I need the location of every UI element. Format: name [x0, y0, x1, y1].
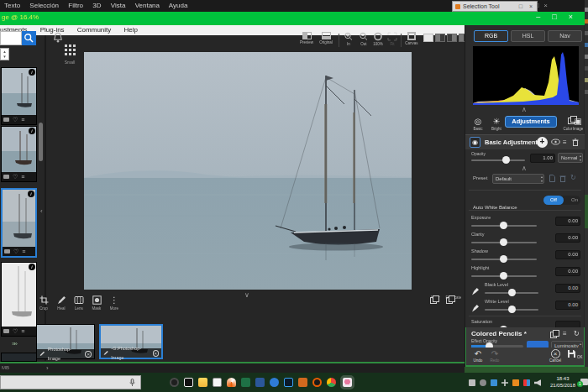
selection-tool-window[interactable]: Selection Tool □ × — [452, 1, 538, 12]
taskbar-search[interactable] — [0, 375, 141, 389]
expand-icon[interactable]: › — [46, 363, 49, 373]
notification-center-icon[interactable]: 1 — [580, 379, 588, 385]
tab-hsl[interactable]: HSL — [511, 30, 545, 42]
taskbar-app-camera[interactable] — [184, 378, 193, 387]
view-single-button[interactable] — [423, 34, 433, 42]
browser-thumbnail-2[interactable]: i ♡≡ — [1, 126, 37, 182]
menu-vista[interactable]: Vista — [111, 2, 126, 9]
thumbs-icon[interactable] — [3, 329, 9, 333]
mask-tool[interactable]: Mask — [88, 295, 105, 311]
search-button[interactable] — [22, 31, 36, 45]
menu-icon[interactable]: ≡ — [563, 330, 567, 337]
module-image[interactable]: ▣Image — [571, 116, 585, 131]
taskbar-app-opera[interactable] — [312, 378, 322, 387]
thumbs-icon[interactable] — [3, 175, 9, 179]
tray-icon-5[interactable] — [512, 379, 519, 386]
add-adjustment-button[interactable]: + — [537, 137, 548, 148]
tray-icon-6[interactable] — [523, 379, 530, 386]
thumbs-icon[interactable] — [4, 249, 10, 253]
taskbar-clock[interactable]: 18:43 21/05/2018 — [544, 375, 581, 389]
collapse-histogram-icon[interactable]: ∧ — [522, 106, 527, 113]
menu-icon[interactable]: ≡ — [563, 139, 567, 146]
preset-dropdown[interactable]: Default — [492, 174, 544, 184]
sort-stepper[interactable]: ▴▾ — [0, 48, 9, 60]
info-icon[interactable]: i — [28, 191, 34, 197]
notifications-bell[interactable] — [52, 32, 64, 44]
collapse-section-icon[interactable]: ∧ — [522, 165, 527, 172]
list-icon[interactable]: ≡ — [21, 327, 24, 336]
delete-preset-icon[interactable] — [559, 175, 566, 184]
reset-preset-icon[interactable]: ↻ — [570, 174, 576, 181]
preview-button[interactable]: Preview — [297, 32, 316, 50]
heart-icon[interactable]: ♡ — [13, 115, 18, 124]
tray-icon-2[interactable] — [480, 379, 486, 386]
list-icon[interactable]: ≡ — [21, 172, 24, 181]
module-adjustments-selected[interactable]: Adjustments — [505, 116, 557, 128]
view-split-right-button[interactable] — [447, 34, 457, 42]
browser-thumbnail-1[interactable]: i ♡≡ — [1, 67, 37, 125]
menu-ventana[interactable]: Ventana — [135, 2, 160, 9]
cancel-button[interactable]: ×Cancel — [547, 349, 564, 363]
taskbar-app-notepad[interactable] — [213, 378, 222, 387]
menu-community[interactable]: Community — [77, 26, 111, 34]
list-icon[interactable]: ≡ — [22, 247, 25, 256]
zoom-100-button[interactable]: 100% — [370, 32, 386, 50]
info-icon[interactable]: i — [29, 69, 35, 76]
taskbar-app-illustrator[interactable] — [298, 378, 307, 387]
awb-on[interactable]: On — [571, 196, 578, 205]
blend-mode-dropdown[interactable]: Normal — [558, 153, 583, 163]
taskbar-app-photoshop[interactable] — [284, 378, 293, 387]
taskbar-app-cortana[interactable] — [170, 378, 179, 387]
eyedropper-icon[interactable] — [471, 301, 480, 310]
taskbar-app-chrome[interactable] — [327, 378, 336, 387]
reset-icon[interactable]: ↻ — [574, 330, 580, 337]
browser-thumbnail-3-selected[interactable]: i ♡≡ — [1, 188, 37, 258]
browser-thumbnail-5-partial[interactable] — [1, 353, 37, 362]
filmstrip-thumb-1[interactable]: Photoshop-Image × — [36, 324, 95, 359]
heart-icon[interactable]: ♡ — [13, 172, 18, 181]
search-input[interactable] — [0, 31, 22, 45]
duplicate-button[interactable]: Duplicate — [445, 295, 462, 300]
undo-button[interactable]: ↶Undo — [470, 349, 486, 363]
zoom-in-button[interactable]: In — [342, 32, 355, 50]
crop-tool[interactable]: Crop — [35, 295, 52, 311]
list-icon[interactable]: ≡ — [21, 115, 24, 124]
ok-button[interactable]: OK — [566, 349, 583, 359]
new-preset-icon[interactable] — [549, 175, 555, 184]
zoom-out-button[interactable]: Out — [357, 32, 370, 50]
eyedropper-icon[interactable] — [471, 284, 480, 293]
view-split-left-button[interactable] — [435, 34, 445, 42]
taskbar-app-excel[interactable] — [241, 378, 250, 387]
visibility-eye-icon[interactable] — [551, 139, 560, 147]
taskbar-app-word[interactable] — [255, 378, 265, 387]
thumbs-icon[interactable] — [3, 118, 9, 122]
main-photo-canvas[interactable] — [84, 52, 412, 290]
more-tool[interactable]: ⋮More — [106, 295, 123, 311]
tab-nav[interactable]: Nav — [548, 30, 582, 42]
info-icon[interactable]: i — [29, 264, 35, 270]
opacity-value[interactable]: 1.00 — [530, 154, 555, 163]
thumbnail-size-button[interactable]: Small — [60, 44, 80, 64]
taskbar-app-edge[interactable] — [270, 378, 279, 387]
taskbar-app-active-photo-editor[interactable] — [343, 378, 352, 387]
heart-icon[interactable]: ♡ — [13, 327, 18, 336]
trash-icon[interactable] — [572, 139, 579, 148]
module-bright[interactable]: ☀Bright — [487, 116, 506, 131]
menu-ayuda[interactable]: Ayuda — [169, 2, 188, 9]
sidebar-scrollbar[interactable] — [39, 123, 43, 161]
canvas-button[interactable]: Canvas — [403, 32, 420, 50]
effect-title[interactable]: Colored Pencils * — [471, 330, 527, 337]
remove-icon[interactable]: × — [153, 350, 159, 357]
menu-texto[interactable]: Texto — [4, 2, 20, 9]
info-icon[interactable]: i — [29, 128, 35, 134]
tray-icon-1[interactable] — [469, 379, 475, 386]
lens-tool[interactable]: Lens — [71, 295, 87, 311]
awb-off[interactable]: Off — [543, 196, 564, 205]
menu-filtro[interactable]: Filtro — [68, 2, 83, 9]
tray-icon-3[interactable] — [491, 379, 497, 386]
filmstrip-thumb-2-selected[interactable]: -G.Photoshop-Image × — [99, 324, 163, 359]
menu-seleccion[interactable]: Selección — [29, 2, 59, 9]
tray-icon-volume[interactable] — [534, 379, 541, 386]
menu-help[interactable]: Help — [124, 26, 138, 34]
heart-icon[interactable]: ♡ — [13, 247, 18, 256]
